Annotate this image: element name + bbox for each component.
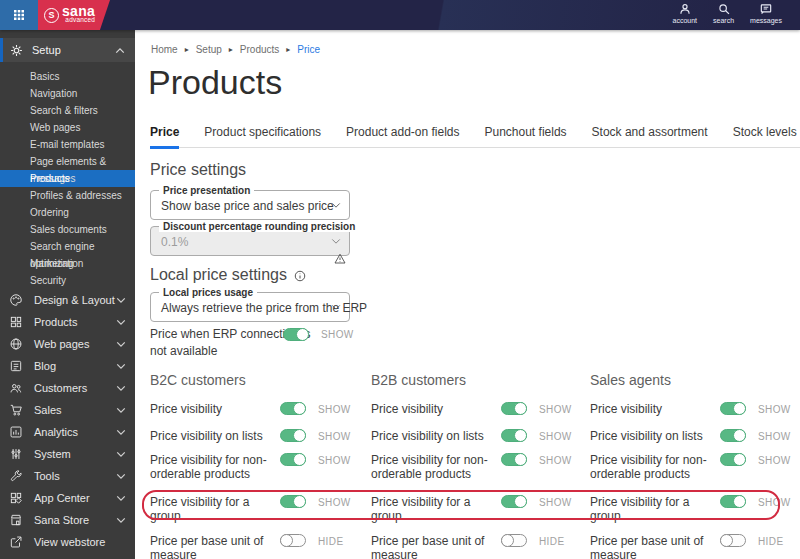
price-visibility-group-toggle[interactable] — [280, 495, 306, 508]
price-settings-heading: Price settings — [150, 161, 246, 179]
apps-grid-icon — [13, 9, 25, 21]
tab-product-addon-fields[interactable]: Product add-on fields — [346, 126, 459, 147]
column-b2b-customers: B2B customers Price visibility SHOW Pric… — [371, 372, 590, 559]
setting-label: Price visibility on lists — [150, 429, 278, 443]
sidebar-item-navigation[interactable]: Navigation — [0, 85, 135, 102]
price-visibility-group-toggle[interactable] — [720, 495, 746, 508]
sidebar-item-seo[interactable]: Search engine optimization — [0, 238, 135, 255]
erp-fallback-row: Price when ERP connection is not availab… — [150, 326, 380, 360]
discount-rounding-value: 0.1% — [161, 235, 188, 249]
chevron-down-icon — [331, 202, 341, 209]
sidebar-item-ordering[interactable]: Ordering — [0, 204, 135, 221]
price-visibility-nonorderable-toggle[interactable] — [501, 453, 527, 466]
price-visibility-lists-toggle[interactable] — [280, 429, 306, 442]
local-prices-usage-select[interactable]: Local prices usage Always retrieve the p… — [150, 292, 350, 322]
tab-price[interactable]: Price — [150, 126, 179, 149]
price-visibility-toggle[interactable] — [280, 402, 306, 415]
breadcrumb-products[interactable]: Products — [240, 44, 279, 55]
sidebar-item-label: Customers — [34, 382, 116, 394]
breadcrumb-setup[interactable]: Setup — [196, 44, 222, 55]
setting-label: Price visibility for a group — [590, 495, 718, 523]
setting-label: Price visibility for a group — [371, 495, 499, 523]
setting-label: Price per base unit of measure — [150, 534, 278, 559]
setting-row: Price visibility on lists SHOW — [150, 429, 371, 443]
app-center-icon — [9, 491, 24, 505]
sidebar-item-web-pages[interactable]: Web pages — [0, 119, 135, 136]
sidebar-main-nav: Design & Layout Products Web pages Blog … — [0, 289, 135, 553]
chevron-down-icon — [116, 319, 126, 326]
sidebar-item-sales-documents[interactable]: Sales documents — [0, 221, 135, 238]
sidebar-item-design-layout[interactable]: Design & Layout — [0, 289, 135, 311]
sidebar-item-security[interactable]: Security — [0, 272, 135, 289]
sidebar-item-profiles-addresses[interactable]: Profiles & addresses — [0, 187, 135, 204]
local-price-settings-label: Local price settings — [150, 266, 287, 283]
sidebar-item-page-elements[interactable]: Page elements & messages — [0, 153, 135, 170]
column-sales-agents: Sales agents Price visibility SHOW Price… — [590, 372, 795, 559]
sidebar-item-system[interactable]: System — [0, 443, 135, 465]
store-icon — [9, 513, 24, 527]
price-per-base-unit-toggle[interactable] — [501, 534, 527, 547]
breadcrumb-price[interactable]: Price — [297, 44, 320, 55]
price-visibility-toggle[interactable] — [501, 402, 527, 415]
sidebar-item-marketing[interactable]: Marketing — [0, 255, 135, 272]
price-visibility-lists-toggle[interactable] — [501, 429, 527, 442]
palette-icon — [9, 293, 24, 307]
apps-menu-button[interactable] — [0, 0, 38, 30]
price-presentation-select[interactable]: Price presentation Show base price and s… — [150, 190, 350, 220]
sidebar-item-web-pages-main[interactable]: Web pages — [0, 333, 135, 355]
setting-row: Price visibility SHOW — [590, 402, 795, 416]
price-per-base-unit-toggle[interactable] — [720, 534, 746, 547]
toggle-state: SHOW — [318, 496, 351, 510]
price-visibility-nonorderable-toggle[interactable] — [280, 453, 306, 466]
local-price-settings-heading: Local price settings — [150, 266, 306, 284]
price-presentation-value: Show base price and sales price — [161, 199, 334, 213]
sidebar-item-label: Analytics — [34, 426, 116, 438]
sidebar-item-tools[interactable]: Tools — [0, 465, 135, 487]
price-per-base-unit-toggle[interactable] — [280, 534, 306, 547]
setting-label: Price visibility for non-orderable produ… — [371, 453, 499, 481]
toggle-knob — [733, 402, 746, 415]
account-button[interactable]: account — [673, 2, 698, 24]
sidebar-item-setup[interactable]: Setup — [0, 38, 135, 62]
price-visibility-lists-toggle[interactable] — [720, 429, 746, 442]
tab-punchout-fields[interactable]: Punchout fields — [485, 126, 567, 147]
sidebar-item-label: Blog — [34, 360, 116, 372]
price-visibility-group-toggle[interactable] — [501, 495, 527, 508]
toggle-state: SHOW — [758, 496, 791, 510]
breadcrumb-home[interactable]: Home — [151, 44, 178, 55]
sidebar-item-customers[interactable]: Customers — [0, 377, 135, 399]
sidebar-item-sales[interactable]: Sales — [0, 399, 135, 421]
sana-logo[interactable]: S sana advanced — [38, 0, 110, 30]
info-icon[interactable] — [294, 270, 306, 282]
price-visibility-toggle[interactable] — [720, 402, 746, 415]
setting-label: Price visibility — [150, 402, 278, 416]
toggle-knob — [293, 495, 306, 508]
toggle-state: SHOW — [758, 454, 791, 468]
chevron-up-icon — [115, 47, 125, 54]
tab-product-specifications[interactable]: Product specifications — [204, 126, 321, 147]
tab-stock-levels[interactable]: Stock levels — [733, 126, 797, 147]
price-visibility-nonorderable-toggle[interactable] — [720, 453, 746, 466]
toggle-state: SHOW — [758, 403, 791, 417]
sidebar-item-basics[interactable]: Basics — [0, 68, 135, 85]
erp-fallback-toggle[interactable] — [283, 328, 309, 341]
sidebar-item-products[interactable]: Products — [0, 311, 135, 333]
sidebar-item-app-center[interactable]: App Center — [0, 487, 135, 509]
sidebar-item-label: Design & Layout — [34, 294, 116, 306]
sidebar-item-products-selected[interactable]: Products — [0, 170, 135, 187]
sidebar-item-label: Web pages — [34, 338, 116, 350]
sidebar-item-view-webstore[interactable]: View webstore — [0, 531, 135, 553]
sidebar-item-analytics[interactable]: Analytics — [0, 421, 135, 443]
messages-button[interactable]: messages — [750, 2, 782, 24]
chevron-down-icon — [331, 238, 341, 245]
products-grid-icon — [9, 315, 24, 329]
sidebar-item-label: Setup — [32, 44, 115, 56]
breadcrumb-separator-icon: ▸ — [185, 45, 189, 54]
search-button[interactable]: search — [713, 2, 734, 24]
tab-stock-assortment[interactable]: Stock and assortment — [592, 126, 708, 147]
sidebar-item-blog[interactable]: Blog — [0, 355, 135, 377]
sidebar-item-sana-store[interactable]: Sana Store — [0, 509, 135, 531]
price-presentation-label: Price presentation — [159, 185, 254, 196]
sidebar-item-email-templates[interactable]: E-mail templates — [0, 136, 135, 153]
sidebar-item-search-filters[interactable]: Search & filters — [0, 102, 135, 119]
